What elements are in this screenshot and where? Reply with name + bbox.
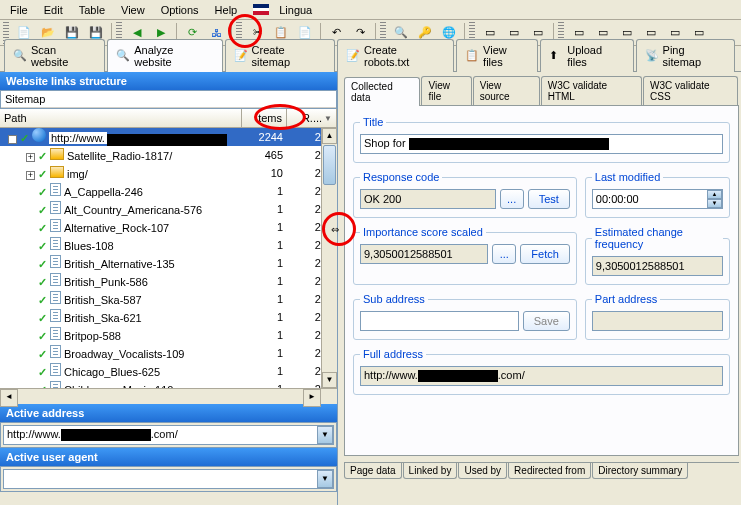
tree-row[interactable]: ✓Blues-1081200	[0, 236, 337, 254]
menu-table[interactable]: Table	[73, 2, 111, 18]
tab-ping[interactable]: 📡Ping sitemap	[636, 39, 735, 72]
tab-collected-data[interactable]: Collected data	[344, 77, 420, 106]
spinner-icon[interactable]: ▲▼	[707, 190, 722, 208]
tab-view-file[interactable]: View file	[421, 76, 471, 105]
menu-file[interactable]: File	[4, 2, 34, 18]
check-icon: ✓	[38, 186, 47, 198]
menu-view[interactable]: View	[115, 2, 151, 18]
vscroll[interactable]: ▲▼	[321, 128, 337, 388]
row-label: Chicago_Blues-625	[64, 366, 160, 378]
tree-row[interactable]: ✓Alternative_Rock-1071200	[0, 218, 337, 236]
pane-header: Website links structure	[0, 72, 337, 90]
importance-more-button[interactable]: ...	[492, 244, 516, 264]
items-cell: 10	[242, 167, 287, 179]
page-icon	[50, 273, 61, 286]
page-icon	[50, 309, 61, 322]
test-button[interactable]: Test	[528, 189, 570, 209]
dropdown-icon[interactable]: ▼	[317, 470, 333, 488]
tab-directory-summary[interactable]: Directory summary	[592, 463, 688, 479]
response-more-button[interactable]: ...	[500, 189, 524, 209]
items-cell: 1	[242, 293, 287, 305]
tab-viewfiles[interactable]: 📋View files	[456, 39, 538, 72]
sitemap-label: Sitemap	[1, 91, 336, 108]
tab-analyze[interactable]: 🔍Analyze website	[107, 39, 222, 72]
row-label: British_Alternative-135	[64, 258, 175, 270]
active-agent-input[interactable]	[3, 469, 334, 489]
dropdown-icon[interactable]: ▼	[317, 426, 333, 444]
tab-scan[interactable]: 🔍Scan website	[4, 39, 105, 72]
tree-row[interactable]: +✓img/10200	[0, 164, 337, 182]
menu-help[interactable]: Help	[209, 2, 244, 18]
items-cell: 1	[242, 185, 287, 197]
expander-icon[interactable]: +	[26, 171, 35, 180]
tree-row[interactable]: ✓A_Cappella-2461200	[0, 182, 337, 200]
lastmod-input[interactable]	[592, 189, 723, 209]
response-input	[360, 189, 496, 209]
page-icon	[50, 237, 61, 250]
check-icon: ✓	[38, 258, 47, 270]
fetch-button[interactable]: Fetch	[520, 244, 570, 264]
tab-page-data[interactable]: Page data	[344, 463, 402, 479]
tab-robots[interactable]: 📝Create robots.txt	[337, 39, 454, 72]
tab-redirected-from[interactable]: Redirected from	[508, 463, 591, 479]
active-address-input[interactable]: http://www..com/	[3, 425, 334, 445]
lastmod-group: Last modified ▲▼	[585, 171, 730, 218]
full-label: Full address	[360, 348, 426, 360]
tab-linked-by[interactable]: Linked by	[403, 463, 458, 479]
row-label: Broadway_Vocalists-109	[64, 348, 184, 360]
col-r[interactable]: R....▼	[287, 109, 337, 127]
tree-row[interactable]: ✓British_Alternative-1351200	[0, 254, 337, 272]
menu-edit[interactable]: Edit	[38, 2, 69, 18]
tab-w3c-css[interactable]: W3C validate CSS	[643, 76, 738, 105]
title-input[interactable]: Shop for	[360, 134, 723, 154]
tree-row[interactable]: ✓British_Punk-5861200	[0, 272, 337, 290]
tree-row[interactable]: ✓Broadway_Vocalists-1091200	[0, 344, 337, 362]
freq-input	[592, 256, 723, 276]
menubar: File Edit Table View Options Help Lingua	[0, 0, 741, 20]
sub-input[interactable]	[360, 311, 519, 331]
check-icon: ✓	[38, 204, 47, 216]
robots-icon: 📝	[346, 49, 360, 63]
response-group: Response code ... Test	[353, 171, 577, 218]
expander-icon[interactable]: -	[8, 135, 17, 144]
check-icon: ✓	[20, 132, 29, 144]
active-agent-header: Active user agent	[0, 448, 337, 466]
tree-row[interactable]: ✓Chicago_Blues-6251200	[0, 362, 337, 380]
upload-icon: ⬆	[549, 49, 563, 63]
tab-sitemap[interactable]: 📝Create sitemap	[225, 39, 335, 72]
tree-row[interactable]: ✓Britpop-5881200	[0, 326, 337, 344]
tree-row[interactable]: -✓http://www.2244200	[0, 128, 337, 146]
tree-row[interactable]: ✓British_Ska-6211200	[0, 308, 337, 326]
row-label: Alt_Country_Americana-576	[64, 204, 202, 216]
check-icon: ✓	[38, 276, 47, 288]
tree-row[interactable]: +✓Satellite_Radio-1817/465200	[0, 146, 337, 164]
menu-lingua[interactable]: Lingua	[247, 0, 324, 20]
page-icon	[50, 183, 61, 196]
items-cell: 1	[242, 275, 287, 287]
importance-input	[360, 244, 488, 264]
tree[interactable]: -✓http://www.2244200+✓Satellite_Radio-18…	[0, 128, 337, 388]
importance-group: Importance score scaled ... Fetch	[353, 226, 577, 285]
hscroll[interactable]	[0, 388, 337, 404]
expander-icon[interactable]: +	[26, 153, 35, 162]
menu-options[interactable]: Options	[155, 2, 205, 18]
part-label: Part address	[592, 293, 660, 305]
col-path[interactable]: Path	[0, 109, 242, 127]
folder-icon	[50, 148, 64, 160]
col-items[interactable]: Items	[242, 109, 287, 127]
row-label: Alternative_Rock-107	[64, 222, 169, 234]
items-cell: 1	[242, 365, 287, 377]
tab-used-by[interactable]: Used by	[458, 463, 507, 479]
full-input: http://www..com/	[360, 366, 723, 386]
tab-w3c-html[interactable]: W3C validate HTML	[541, 76, 642, 105]
folder-icon	[50, 166, 64, 178]
analyze-icon: 🔍	[116, 49, 130, 63]
tree-row[interactable]: ✓British_Ska-5871200	[0, 290, 337, 308]
items-cell: 1	[242, 311, 287, 323]
tree-row[interactable]: ✓Alt_Country_Americana-5761200	[0, 200, 337, 218]
tab-upload[interactable]: ⬆Upload files	[540, 39, 633, 72]
tab-view-source[interactable]: View source	[473, 76, 540, 105]
tree-header: Path Items R....▼	[0, 109, 337, 128]
tree-row[interactable]: ✓Children_s_Music-1101200	[0, 380, 337, 388]
save-button[interactable]: Save	[523, 311, 570, 331]
